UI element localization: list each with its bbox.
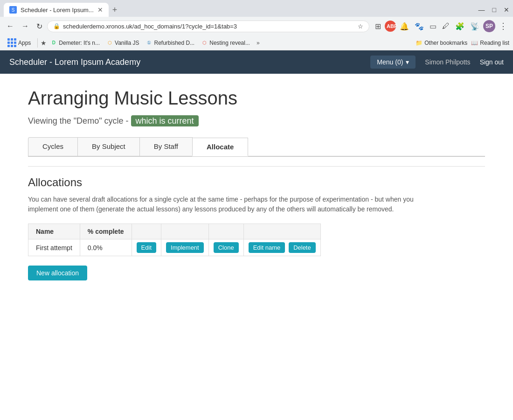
sign-out-button[interactable]: Sign out [480, 56, 504, 69]
col-percent: % complete [80, 224, 132, 239]
bookmark-nesting[interactable]: ⬡ Nesting reveal... [198, 39, 253, 47]
col-action3 [208, 224, 243, 239]
tab-favicon: S [9, 6, 17, 14]
bookmark-vanillajs[interactable]: ⬡ Vanilla JS [104, 39, 142, 47]
bookmarks-bar: Apps ★ D Demeter: It's n... ⬡ Vanilla JS… [0, 35, 513, 50]
lock-icon: 🔒 [53, 23, 60, 29]
bookmarks-more-button[interactable]: » [254, 39, 263, 47]
reading-list-icon: 📖 [471, 40, 478, 46]
bookmarks-separator [37, 38, 38, 48]
nav-icons: ⊞ ABP 🔔 🐾 ▭ 🖊 🧩 📡 SP ⋮ [373, 19, 509, 33]
content-divider [28, 166, 485, 167]
col-action2 [161, 224, 209, 239]
bookmark-refurbished[interactable]: ① Refurbished D... [143, 39, 198, 47]
tabs: Cycles By Subject By Staff Allocate [28, 137, 485, 157]
title-bar: S Scheduler - Lorem Ipsum... ✕ + — □ ✕ [0, 0, 513, 17]
tab-title: Scheduler - Lorem Ipsum... [21, 7, 94, 14]
address-bar[interactable]: 🔒 schedulerdemo.xronos.uk/ad_hoc_domains… [47, 21, 369, 32]
bookmarks-star-icon: ★ [41, 39, 47, 47]
app-header: Scheduler - Lorem Ipsum Academy Menu (0)… [0, 50, 513, 74]
subtitle-prefix: Viewing the "Demo" cycle - [28, 116, 129, 126]
back-button[interactable]: ← [4, 20, 17, 32]
tab-allocate[interactable]: Allocate [192, 138, 248, 156]
close-button[interactable]: ✕ [504, 6, 509, 14]
allocations-description: You can have several draft allocations f… [28, 195, 429, 214]
col-name: Name [28, 224, 80, 239]
folder-icon: 📁 [416, 40, 423, 46]
page-title: Arranging Music Lessons [28, 88, 485, 109]
clone-button[interactable]: Clone [214, 242, 239, 253]
tab-close-button[interactable]: ✕ [97, 6, 103, 14]
reading-list-label: Reading list [480, 40, 509, 46]
allocations-title: Allocations [28, 176, 485, 189]
bookmark-star[interactable]: ☆ [358, 23, 363, 30]
edit-name-button[interactable]: Edit name [249, 242, 285, 253]
apps-grid-icon [7, 38, 16, 47]
new-allocation-button[interactable]: New allocation [28, 266, 87, 280]
col-action4 [243, 224, 320, 239]
tab-by-subject[interactable]: By Subject [77, 137, 140, 156]
bookmark-demeter-label: Demeter: It's n... [59, 40, 100, 46]
current-badge: which is current [131, 115, 199, 126]
refresh-button[interactable]: ↻ [34, 20, 45, 33]
extension4-icon[interactable]: 🖊 [440, 20, 451, 32]
extension2-icon[interactable]: 🐾 [413, 20, 426, 33]
app-title: Scheduler - Lorem Ipsum Academy [9, 57, 370, 67]
maximize-button[interactable]: □ [492, 6, 496, 14]
user-name: Simon Philpotts [419, 58, 476, 66]
row-editname-delete-cell: Edit name Delete [243, 239, 320, 256]
row-implement-cell: Implement [161, 239, 209, 256]
active-tab[interactable]: S Scheduler - Lorem Ipsum... ✕ [4, 3, 109, 17]
menu-label: Menu (0) [377, 58, 403, 66]
vanillajs-favicon: ⬡ [106, 40, 113, 46]
tab-by-staff[interactable]: By Staff [139, 137, 193, 156]
menu-chevron-icon: ▾ [406, 58, 409, 66]
delete-button[interactable]: Delete [289, 242, 316, 253]
minimize-button[interactable]: — [478, 6, 485, 14]
apps-label: Apps [18, 40, 31, 46]
main-content: Arranging Music Lessons Viewing the "Dem… [0, 74, 513, 420]
menu-dots-button[interactable]: ⋮ [497, 19, 509, 33]
extension3-icon[interactable]: ▭ [428, 20, 438, 33]
other-bookmarks-button[interactable]: 📁 Other bookmarks [416, 40, 467, 46]
header-nav: Menu (0) ▾ Simon Philpotts Sign out [370, 56, 504, 69]
menu-button[interactable]: Menu (0) ▾ [370, 56, 416, 69]
forward-button[interactable]: → [19, 20, 32, 32]
row-clone-cell: Clone [208, 239, 243, 256]
other-bookmarks-label: Other bookmarks [424, 40, 467, 46]
apps-bookmarks-button[interactable]: Apps [4, 37, 35, 48]
reading-list-button[interactable]: 📖 Reading list [471, 40, 509, 46]
bookmark-refurbished-label: Refurbished D... [154, 40, 195, 46]
window-controls: — □ ✕ [478, 6, 509, 14]
bookmark-nesting-label: Nesting reveal... [209, 40, 250, 46]
cast-icon[interactable]: 📡 [468, 20, 481, 33]
nav-bar: ← → ↻ 🔒 schedulerdemo.xronos.uk/ad_hoc_d… [0, 17, 513, 35]
allocations-table: Name % complete First attempt 0.0% Edit … [28, 224, 321, 256]
user-avatar[interactable]: SP [483, 20, 495, 32]
extensions-button[interactable]: ⊞ [373, 20, 383, 33]
address-text: schedulerdemo.xronos.uk/ad_hoc_domains/1… [63, 23, 355, 30]
bookmark-demeter[interactable]: D Demeter: It's n... [48, 39, 103, 47]
demeter-favicon: D [50, 40, 57, 46]
row-name: First attempt [28, 239, 80, 256]
bookmarks-right: 📁 Other bookmarks 📖 Reading list [416, 40, 509, 46]
abp-icon[interactable]: ABP [385, 21, 396, 32]
tab-cycles[interactable]: Cycles [28, 137, 78, 156]
row-percent: 0.0% [80, 239, 132, 256]
table-header-row: Name % complete [28, 224, 321, 239]
bookmark-vanillajs-label: Vanilla JS [115, 40, 139, 46]
subtitle: Viewing the "Demo" cycle - which is curr… [28, 116, 485, 126]
nesting-favicon: ⬡ [201, 40, 208, 46]
puzzle-icon[interactable]: 🧩 [453, 20, 466, 33]
row-edit-cell: Edit [132, 239, 161, 256]
new-tab-button[interactable]: + [109, 3, 121, 17]
extension1-icon[interactable]: 🔔 [398, 20, 411, 33]
table-row: First attempt 0.0% Edit Implement Clone … [28, 239, 321, 256]
implement-button[interactable]: Implement [166, 242, 204, 253]
refurbished-favicon: ① [146, 40, 153, 46]
col-action1 [132, 224, 161, 239]
edit-button[interactable]: Edit [137, 242, 156, 253]
